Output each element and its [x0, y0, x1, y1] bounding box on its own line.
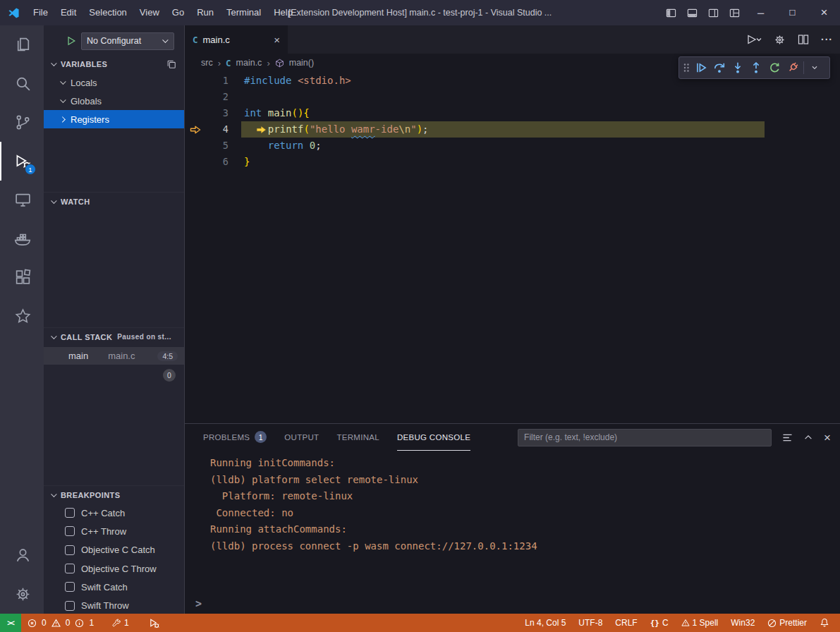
- eol-indicator[interactable]: CRLF: [609, 614, 643, 632]
- language-mode[interactable]: {} C: [644, 614, 675, 632]
- menu-go[interactable]: Go: [166, 0, 190, 25]
- toggle-panel-icon[interactable]: [681, 0, 702, 25]
- cursor-position[interactable]: Ln 4, Col 5: [518, 614, 572, 632]
- breakpoint-gutter[interactable]: [185, 73, 206, 89]
- menu-file[interactable]: File: [27, 0, 54, 25]
- breakpoint-gutter[interactable]: [185, 105, 206, 121]
- formatter-status[interactable]: Prettier: [761, 614, 813, 632]
- breakpoints-section-header[interactable]: BREAKPOINTS: [44, 485, 184, 504]
- breakpoint-checkbox[interactable]: [65, 526, 75, 536]
- console-filter-input[interactable]: [518, 429, 772, 446]
- split-editor-icon[interactable]: [798, 34, 809, 45]
- debug-restart-icon[interactable]: [765, 58, 784, 78]
- code-text[interactable]: printf("hello wamr-ide\n");: [244, 121, 429, 138]
- breakpoint-gutter[interactable]: [185, 89, 206, 105]
- spell-checker-status[interactable]: 1 Spell: [675, 614, 725, 632]
- breakpoint-checkbox[interactable]: [65, 601, 75, 611]
- variables-item-globals[interactable]: Globals: [44, 92, 184, 110]
- variables-item-locals[interactable]: Locals: [44, 73, 184, 92]
- activity-explorer-icon[interactable]: [0, 25, 44, 64]
- encoding-indicator[interactable]: UTF-8: [572, 614, 609, 632]
- panel-tab-problems[interactable]: PROBLEMS1: [203, 424, 267, 451]
- platform-indicator[interactable]: Win32: [724, 614, 761, 632]
- breadcrumb-symbol[interactable]: main(): [289, 58, 314, 68]
- activity-run-and-debug-icon[interactable]: 1: [0, 142, 44, 181]
- problems-status[interactable]: 0 0 1: [21, 614, 100, 632]
- menu-run[interactable]: Run: [190, 0, 220, 25]
- call-stack-section-header[interactable]: CALL STACK Paused on st...: [44, 327, 184, 346]
- activity-remote-explorer-icon[interactable]: [0, 181, 44, 219]
- panel-tab-debug-console[interactable]: DEBUG CONSOLE: [397, 424, 470, 451]
- tab-close-icon[interactable]: ×: [274, 34, 280, 46]
- variables-section-header[interactable]: VARIABLES: [44, 55, 184, 73]
- debug-step-out-icon[interactable]: [747, 58, 765, 78]
- breakpoint-item[interactable]: Objective C Throw: [44, 559, 184, 578]
- code-text[interactable]: int main(){: [244, 105, 310, 121]
- code-text[interactable]: }: [244, 154, 250, 170]
- accounts-icon[interactable]: [0, 536, 44, 575]
- breakpoint-checkbox[interactable]: [65, 545, 75, 555]
- menu-view[interactable]: View: [133, 0, 166, 25]
- debug-more-chevron-icon[interactable]: [805, 58, 824, 78]
- panel-tab-terminal[interactable]: TERMINAL: [336, 424, 379, 451]
- breakpoint-item[interactable]: Swift Catch: [44, 578, 184, 596]
- menu-terminal[interactable]: Terminal: [220, 0, 267, 25]
- stack-frame-row[interactable]: main main.c 4:5: [44, 347, 184, 365]
- breadcrumb-folder[interactable]: src: [201, 58, 213, 68]
- toggle-sidebar-icon[interactable]: [660, 0, 681, 25]
- copy-value-icon[interactable]: [166, 59, 176, 69]
- notifications-bell-icon[interactable]: [813, 614, 836, 632]
- debug-continue-icon[interactable]: [692, 58, 710, 78]
- activity-extensions-icon[interactable]: [0, 258, 44, 297]
- close-panel-icon[interactable]: ×: [824, 432, 831, 444]
- menu-selection[interactable]: Selection: [83, 0, 133, 25]
- variables-item-registers[interactable]: Registers: [44, 110, 184, 128]
- current-frame-arrow-icon[interactable]: [185, 121, 206, 138]
- debug-console[interactable]: Running initCommands:(lldb) platform sel…: [185, 451, 840, 595]
- maximize-panel-icon[interactable]: [803, 432, 813, 442]
- code-text[interactable]: return 0;: [244, 138, 322, 154]
- menu-edit[interactable]: Edit: [54, 0, 83, 25]
- tab-main-c[interactable]: C main.c ×: [185, 25, 288, 54]
- breakpoint-item[interactable]: C++ Catch: [44, 504, 184, 522]
- activity-docker-icon[interactable]: [0, 219, 44, 258]
- console-prompt-icon[interactable]: >: [195, 597, 202, 610]
- debug-step-into-icon[interactable]: [729, 58, 747, 78]
- breadcrumb-file[interactable]: main.c: [236, 58, 262, 68]
- debug-disconnect-icon[interactable]: [784, 58, 802, 78]
- remote-indicator[interactable]: ><: [0, 614, 21, 632]
- debug-configuration-dropdown[interactable]: No Configurat: [81, 32, 174, 50]
- breakpoint-gutter[interactable]: [185, 154, 206, 170]
- breakpoint-checkbox[interactable]: [65, 508, 75, 518]
- customize-layout-icon[interactable]: [724, 0, 745, 25]
- breakpoint-item[interactable]: Swift Throw: [44, 596, 184, 614]
- watch-section-header[interactable]: WATCH: [44, 192, 184, 210]
- breakpoint-checkbox[interactable]: [65, 582, 75, 592]
- debug-status[interactable]: [144, 614, 164, 632]
- panel-tabs: PROBLEMS1OUTPUTTERMINALDEBUG CONSOLE: [203, 424, 488, 451]
- editor-gear-icon[interactable]: [774, 34, 786, 46]
- settings-gear-icon[interactable]: [0, 575, 44, 614]
- breakpoint-checkbox[interactable]: [65, 564, 75, 573]
- maximize-button[interactable]: ☐: [777, 0, 808, 25]
- code-text[interactable]: #include <stdio.h>: [244, 73, 351, 89]
- activity-source-control-icon[interactable]: [0, 103, 44, 142]
- toolbar-drag-handle[interactable]: [681, 58, 692, 78]
- output-lines-icon[interactable]: [782, 433, 793, 442]
- debug-step-over-icon[interactable]: [710, 58, 729, 78]
- run-file-icon[interactable]: [746, 34, 762, 45]
- activity-search-icon[interactable]: [0, 64, 44, 103]
- activity-star-icon[interactable]: [0, 297, 44, 336]
- watch-section-title: WATCH: [61, 198, 90, 206]
- toggle-secondary-sidebar-icon[interactable]: [702, 0, 724, 25]
- start-debugging-icon[interactable]: [66, 36, 76, 46]
- code-editor[interactable]: 1#include <stdio.h>23int main(){4 printf…: [185, 72, 840, 423]
- minimize-button[interactable]: ─: [745, 0, 777, 25]
- breakpoint-item[interactable]: C++ Throw: [44, 522, 184, 540]
- breakpoint-gutter[interactable]: [185, 138, 206, 154]
- panel-tab-output[interactable]: OUTPUT: [284, 424, 319, 451]
- more-actions-icon[interactable]: ···: [821, 34, 833, 45]
- close-button[interactable]: ×: [808, 0, 840, 25]
- breakpoint-item[interactable]: Objective C Catch: [44, 541, 184, 559]
- tool-status[interactable]: 1: [107, 614, 134, 632]
